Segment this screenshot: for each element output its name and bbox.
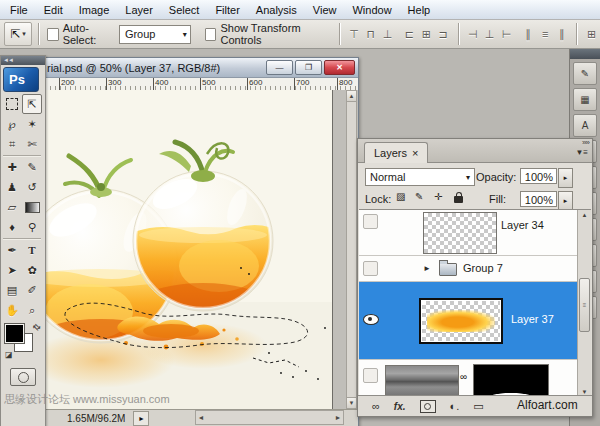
link-layers-icon[interactable]: ∞ bbox=[372, 400, 380, 412]
align-top-edges-button[interactable]: ⊤ bbox=[347, 26, 362, 42]
custom-shape-tool[interactable]: ✿ bbox=[22, 260, 42, 280]
opacity-arrow-button[interactable]: ► bbox=[558, 168, 573, 188]
document-title-bar[interactable]: rial.psd @ 50% (Layer 37, RGB/8#) — ❐ ✕ bbox=[25, 58, 358, 78]
swap-colors-icon[interactable]: ⇄ bbox=[31, 321, 43, 333]
magic-wand-tool[interactable]: ✶ bbox=[22, 114, 42, 134]
scroll-down-icon[interactable]: ▼ bbox=[347, 397, 356, 408]
minimize-button[interactable]: — bbox=[266, 60, 293, 75]
add-layer-mask-icon[interactable] bbox=[420, 400, 436, 413]
blur-tool[interactable]: ♦ bbox=[2, 217, 22, 237]
eraser-tool[interactable]: ▱ bbox=[2, 197, 22, 217]
layer-row-layer34[interactable]: Layer 34 bbox=[359, 210, 591, 256]
toolbox-grip[interactable]: ◄◄ bbox=[1, 56, 45, 65]
gradient-tool[interactable] bbox=[22, 197, 42, 217]
lock-position-icon[interactable]: ✛ bbox=[434, 191, 442, 202]
close-button[interactable]: ✕ bbox=[324, 60, 355, 75]
align-horizontal-centers-button[interactable]: ⊞ bbox=[419, 26, 434, 42]
menu-view[interactable]: View bbox=[305, 2, 345, 18]
slice-tool[interactable]: ✄ bbox=[22, 134, 42, 154]
layers-scrollbar[interactable]: ▲ ≡ ▼ bbox=[577, 210, 591, 397]
collapse-to-icons-icon[interactable]: »» bbox=[582, 138, 589, 147]
menu-help[interactable]: Help bbox=[400, 2, 439, 18]
menu-window[interactable]: Window bbox=[344, 2, 399, 18]
auto-select-checkbox[interactable] bbox=[47, 28, 59, 41]
horizontal-scrollbar[interactable]: ◄ ► bbox=[195, 410, 344, 425]
eye-icon[interactable] bbox=[363, 314, 379, 325]
zoom-tool[interactable]: ⌕ bbox=[22, 300, 42, 320]
menu-file[interactable]: File bbox=[2, 2, 36, 18]
notes-tool[interactable]: ▤ bbox=[2, 280, 22, 300]
adjustment-layer-icon[interactable]: ◐. bbox=[450, 400, 460, 412]
distribute-horizontal-centers-button[interactable]: ≡ bbox=[538, 26, 553, 42]
visibility-toggle[interactable] bbox=[363, 214, 378, 229]
history-brush-tool[interactable]: ↺ bbox=[22, 177, 42, 197]
tab-close-icon[interactable]: × bbox=[412, 147, 418, 159]
pen-tool[interactable]: ✒ bbox=[2, 240, 22, 260]
layer-row-layer37-selected[interactable]: Layer 37 bbox=[359, 282, 591, 360]
dock-header[interactable] bbox=[570, 48, 600, 59]
align-bottom-edges-button[interactable]: ⊥ bbox=[380, 26, 395, 42]
maximize-button[interactable]: ❐ bbox=[295, 60, 322, 75]
brush-tool[interactable]: ✎ bbox=[22, 157, 42, 177]
mask-link-icon[interactable]: ∞ bbox=[460, 371, 467, 382]
distribute-bottom-edges-button[interactable]: ⊢ bbox=[499, 26, 514, 42]
scrollbar-thumb[interactable]: ≡ bbox=[579, 278, 590, 332]
expand-group-icon[interactable]: ► bbox=[423, 264, 431, 273]
scroll-right-icon[interactable]: ► bbox=[333, 411, 343, 424]
scroll-left-icon[interactable]: ◄ bbox=[196, 411, 206, 424]
type-tool[interactable]: T bbox=[22, 240, 42, 260]
menu-edit[interactable]: Edit bbox=[36, 2, 71, 18]
status-flyout-button[interactable]: ► bbox=[133, 411, 149, 426]
show-transform-checkbox[interactable] bbox=[205, 28, 217, 41]
layer-name[interactable]: Layer 37 bbox=[511, 313, 554, 325]
eyedropper-tool[interactable]: ✐ bbox=[22, 280, 42, 300]
layer-style-icon[interactable]: fx. bbox=[394, 401, 406, 412]
lasso-tool[interactable]: ℘ bbox=[2, 114, 22, 134]
panel-menu-icon[interactable]: ▼≡ bbox=[575, 148, 588, 157]
crop-tool[interactable]: ⌗ bbox=[2, 134, 22, 154]
layer-name[interactable]: Layer 34 bbox=[501, 219, 544, 231]
new-group-icon[interactable]: ▭ bbox=[473, 400, 483, 413]
healing-brush-tool[interactable]: ✚ bbox=[2, 157, 22, 177]
lock-all-icon[interactable] bbox=[454, 196, 463, 203]
layer-thumbnail[interactable] bbox=[385, 365, 459, 397]
opacity-input[interactable]: 100% bbox=[520, 168, 557, 184]
foreground-color-swatch[interactable] bbox=[5, 324, 24, 343]
quick-mask-button[interactable] bbox=[10, 368, 36, 386]
vertical-scrollbar[interactable]: ▲ ▼ bbox=[346, 90, 357, 409]
distribute-right-edges-button[interactable]: ∥ bbox=[555, 26, 570, 42]
menu-select[interactable]: Select bbox=[161, 2, 208, 18]
rectangular-marquee-tool[interactable] bbox=[2, 94, 22, 114]
clone-stamp-tool[interactable]: ♟ bbox=[2, 177, 22, 197]
align-left-edges-button[interactable]: ⊏ bbox=[402, 26, 417, 42]
auto-align-layers-button[interactable]: ⊞ bbox=[584, 26, 599, 42]
layer-thumbnail[interactable] bbox=[421, 300, 501, 342]
layer-row-group7[interactable]: ► Group 7 bbox=[359, 256, 591, 282]
default-colors-icon[interactable]: ◪ bbox=[5, 350, 13, 359]
lock-pixels-icon[interactable]: ✎ bbox=[415, 191, 423, 202]
character-panel-icon[interactable]: A bbox=[573, 114, 597, 137]
lock-transparency-icon[interactable]: ▨ bbox=[396, 191, 405, 202]
canvas[interactable] bbox=[31, 90, 333, 409]
tab-layers[interactable]: Layers × bbox=[364, 142, 428, 163]
clone-source-panel-icon[interactable]: ▦ bbox=[573, 88, 597, 111]
layer-name[interactable]: Group 7 bbox=[463, 262, 503, 274]
layer-row-masked[interactable]: ∞ bbox=[359, 360, 591, 397]
distribute-vertical-centers-button[interactable]: ⊥ bbox=[482, 26, 497, 42]
menu-image[interactable]: Image bbox=[71, 2, 118, 18]
align-vertical-centers-button[interactable]: ⊓ bbox=[363, 26, 378, 42]
fill-input[interactable]: 100% bbox=[520, 191, 557, 207]
distribute-top-edges-button[interactable]: ⊣ bbox=[465, 26, 480, 42]
menu-analysis[interactable]: Analysis bbox=[248, 2, 305, 18]
align-right-edges-button[interactable]: ⊐ bbox=[436, 26, 451, 42]
menu-filter[interactable]: Filter bbox=[207, 2, 247, 18]
visibility-toggle[interactable] bbox=[363, 261, 378, 276]
visibility-toggle[interactable] bbox=[363, 368, 378, 383]
scroll-up-icon[interactable]: ▲ bbox=[578, 210, 591, 220]
layer-mask-thumbnail[interactable] bbox=[473, 364, 549, 397]
path-selection-tool[interactable]: ➤ bbox=[2, 260, 22, 280]
scroll-up-icon[interactable]: ▲ bbox=[347, 91, 356, 102]
dodge-tool[interactable]: ⚲ bbox=[22, 217, 42, 237]
move-tool-preset-button[interactable]: ⇱ ▾ bbox=[4, 22, 32, 46]
menu-layer[interactable]: Layer bbox=[117, 2, 161, 18]
